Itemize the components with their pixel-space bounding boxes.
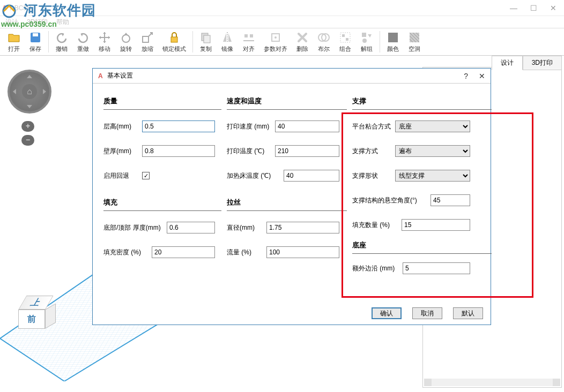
ungroup-button[interactable]: 解组 [356, 29, 377, 55]
menu-3dprint[interactable]: 3D打印 [27, 18, 48, 27]
horizontal-scrollbar[interactable] [424, 379, 560, 386]
zoom-out-button[interactable]: − [21, 135, 34, 146]
group-button[interactable]: 组合 [335, 29, 356, 55]
hole-button[interactable]: 空洞 [404, 29, 425, 55]
retraction-checkbox[interactable]: ✓ [142, 172, 150, 179]
wall-thickness-input[interactable] [142, 145, 215, 157]
basic-settings-dialog: A 基本设置 ? ✕ 质量 层高(mm) 壁厚(mm) 启用回退✓ 填充 底部/… [92, 68, 491, 325]
svg-rect-18 [346, 38, 348, 41]
support-shape-select[interactable]: 线型支撑 [395, 170, 470, 182]
delete-button[interactable]: 删除 [292, 29, 313, 55]
svg-rect-9 [244, 34, 248, 37]
mirror-icon [221, 31, 234, 44]
delete-icon [296, 31, 309, 44]
param-align-icon [269, 31, 282, 44]
svg-rect-7 [204, 35, 210, 43]
open-button[interactable]: 打开 [3, 29, 25, 55]
dialog-close-button[interactable]: ✕ [479, 72, 485, 80]
svg-rect-10 [250, 34, 253, 37]
scale-button[interactable]: 放缩 [137, 29, 158, 55]
svg-rect-5 [171, 37, 177, 42]
move-button[interactable]: 移动 [94, 29, 115, 55]
param-align-button[interactable]: 参数对齐 [259, 29, 292, 55]
layer-height-input[interactable] [142, 120, 215, 132]
hole-icon [408, 31, 421, 44]
default-button[interactable]: 默认 [453, 307, 483, 319]
svg-rect-2 [33, 33, 38, 36]
lock-button[interactable]: 锁定模式 [158, 29, 190, 55]
support-type-select[interactable]: 遍布 [395, 145, 470, 157]
window-title: ABC3D [10, 4, 32, 12]
home-icon[interactable]: ⌂ [22, 84, 37, 99]
view-navigation-pad[interactable]: ⌂ [8, 70, 51, 114]
save-icon [29, 31, 42, 44]
bottom-top-thickness-input[interactable] [167, 222, 215, 233]
flow-input[interactable] [266, 246, 339, 258]
boolean-icon [317, 31, 330, 44]
color-icon [387, 31, 399, 44]
redo-icon [77, 31, 90, 44]
diameter-input[interactable] [266, 222, 339, 233]
svg-rect-23 [410, 33, 419, 42]
copy-button[interactable]: 复制 [195, 29, 217, 55]
print-speed-input[interactable] [275, 120, 339, 132]
close-button[interactable]: ✕ [550, 4, 556, 12]
toolbar: 打开 保存 撤销 重做 移动 旋转 放缩 锁定模式 复制 镜像 对齐 参数对齐 … [0, 28, 564, 56]
section-quality: 质量 [103, 96, 221, 110]
redo-button[interactable]: 重做 [72, 29, 94, 55]
ok-button[interactable]: 确认 [372, 307, 402, 319]
dialog-logo-icon: A [98, 72, 103, 80]
tab-3dprint[interactable]: 3D打印 [523, 56, 562, 70]
color-button[interactable]: 颜色 [382, 29, 404, 55]
titlebar: A ABC3D — ☐ ✕ [0, 0, 564, 16]
view-cube[interactable]: 上 前 [18, 296, 54, 338]
undo-icon [55, 31, 68, 44]
tab-design[interactable]: 设计 [492, 56, 523, 70]
mirror-button[interactable]: 镜像 [217, 29, 238, 55]
bed-temp-input[interactable] [284, 170, 339, 182]
svg-rect-19 [362, 33, 366, 37]
rotate-button[interactable]: 旋转 [115, 29, 137, 55]
dialog-title: 基本设置 [107, 71, 133, 80]
fill-density-input[interactable] [152, 246, 215, 258]
cancel-button[interactable]: 取消 [412, 307, 442, 319]
move-icon [98, 31, 111, 44]
dialog-help-button[interactable]: ? [464, 72, 468, 80]
ribbon-tabs: 设计 3D打印 [492, 56, 562, 70]
svg-point-20 [362, 39, 367, 43]
adhesion-select[interactable]: 底座 [395, 120, 470, 132]
align-icon [242, 31, 255, 44]
copy-icon [199, 31, 212, 44]
group-icon [339, 31, 352, 44]
extra-margin-input[interactable] [403, 262, 470, 274]
minimize-button[interactable]: — [510, 4, 517, 12]
section-speed-temp: 速度和温度 [227, 96, 347, 110]
svg-rect-4 [143, 36, 149, 42]
maximize-button[interactable]: ☐ [530, 4, 537, 12]
section-raft: 底座 [352, 240, 492, 254]
menu-help[interactable]: 帮助 [56, 18, 69, 27]
svg-point-13 [274, 36, 277, 39]
svg-rect-21 [388, 33, 398, 42]
svg-rect-16 [340, 33, 350, 42]
menubar: 设计 3D打印 帮助 [0, 16, 564, 28]
section-fill: 填充 [103, 198, 221, 211]
menu-design[interactable]: 设计 [5, 18, 18, 27]
save-button[interactable]: 保存 [25, 29, 46, 55]
scale-icon [141, 31, 154, 44]
open-icon [8, 31, 20, 44]
ungroup-icon [360, 31, 373, 44]
boolean-button[interactable]: 布尔 [313, 29, 335, 55]
section-support: 支撑 [352, 96, 492, 110]
svg-point-3 [122, 35, 130, 42]
zoom-in-button[interactable]: + [21, 121, 34, 132]
svg-rect-17 [342, 34, 345, 37]
align-button[interactable]: 对齐 [238, 29, 259, 55]
print-temp-input[interactable] [275, 145, 339, 157]
app-logo-icon: A [2, 4, 7, 12]
overhang-angle-input[interactable] [431, 194, 470, 206]
section-filament: 拉丝 [227, 198, 347, 211]
dialog-titlebar: A 基本设置 ? ✕ [93, 69, 491, 84]
undo-button[interactable]: 撤销 [51, 29, 72, 55]
fill-amount-input[interactable] [402, 219, 470, 231]
